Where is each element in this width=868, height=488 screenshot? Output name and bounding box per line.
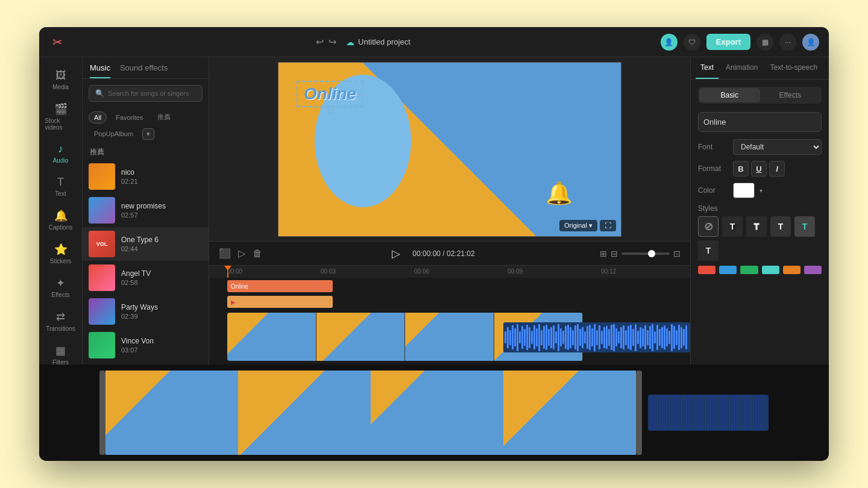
filter-more-dropdown[interactable]: ▾ <box>142 128 154 140</box>
layout-icon[interactable]: ▦ <box>756 34 773 51</box>
sidebar-item-filters[interactable]: ▦ Filters <box>43 339 79 364</box>
song-name-angel: Angel TV <box>121 269 203 278</box>
song-item-vince-von[interactable]: Vince Von 03:07 <box>83 328 209 362</box>
toggle-basic[interactable]: Basic <box>699 88 760 102</box>
split-button[interactable]: ⬛ <box>219 248 231 259</box>
font-row: Font Default <box>698 139 822 155</box>
tab-sound-effects[interactable]: Sound effects <box>120 63 168 78</box>
audio-end-waveform <box>648 395 769 431</box>
sidebar-item-captions[interactable]: 🔔 Captions <box>43 204 79 236</box>
filter-recommended[interactable]: 推薦 <box>152 110 176 124</box>
font-select[interactable]: Default <box>733 139 822 155</box>
zoom-fit-icon[interactable]: ⊡ <box>673 249 681 258</box>
style-bg-color[interactable]: T <box>794 216 815 237</box>
sidebar-item-effects[interactable]: ✦ Effects <box>43 272 79 303</box>
song-dur-nico: 02:21 <box>121 178 203 185</box>
sidebar-label-filters: Filters <box>52 359 69 364</box>
tab-animation[interactable]: Animation <box>721 57 763 79</box>
basic-effects-toggle: Basic Effects <box>698 87 822 104</box>
redo-button[interactable]: ↪ <box>329 36 336 48</box>
captions-icon: 🔔 <box>54 209 68 222</box>
search-bar[interactable]: 🔍 Search for songs or singers <box>89 85 203 102</box>
zoom-dropdown[interactable]: Original ▾ <box>559 220 597 231</box>
color-dot-blue[interactable] <box>719 266 737 274</box>
style-shadow[interactable]: T <box>722 216 743 237</box>
avatar-icon-1[interactable]: 👤 <box>661 34 678 51</box>
font-label: Font <box>698 143 728 151</box>
filter-favorites[interactable]: Favorites <box>110 111 148 124</box>
style-bg-dark[interactable]: T <box>770 216 791 237</box>
bold-button[interactable]: B <box>733 161 749 177</box>
zoom-out-icon[interactable]: ⊟ <box>611 249 618 258</box>
color-dot-purple[interactable] <box>804 266 822 274</box>
filter-row: All Favorites 推薦 PopUpAlbum ▾ <box>83 108 209 142</box>
song-info-nico: nico 02:21 <box>121 168 203 185</box>
underline-button[interactable]: U <box>751 161 767 177</box>
right-content: Basic Effects Font Default Format B U I <box>691 80 829 281</box>
zoom-controls: ⊞ ⊟ ⊡ <box>600 249 681 258</box>
song-item-angel-tv[interactable]: Angel TV 02:58 <box>83 261 209 295</box>
filmstrip-left-handle[interactable] <box>99 371 105 455</box>
user-avatar[interactable]: 👤 <box>802 34 819 51</box>
song-info-vince: Vince Von 03:07 <box>121 337 203 354</box>
filter-all[interactable]: All <box>89 111 107 124</box>
format-label: Format <box>698 164 728 173</box>
toggle-effects[interactable]: Effects <box>760 88 821 102</box>
waveform-bars <box>503 322 690 352</box>
song-dur-onetype: 02:44 <box>121 245 203 252</box>
song-item-one-type[interactable]: VOL One Type 6 02:44 <box>83 227 209 261</box>
tracks-area: 00:00 00:03 00:06 00:09 00:12 Online <box>209 266 690 364</box>
sidebar-item-media[interactable]: 🖼 Media <box>43 64 79 95</box>
zoom-in-icon[interactable]: ⊞ <box>600 249 607 258</box>
song-item-new-promises[interactable]: new promises 02:57 <box>83 193 209 227</box>
song-name-nico: nico <box>121 168 203 177</box>
play-button[interactable]: ▷ <box>387 245 405 263</box>
rotate-handle[interactable]: ↻ <box>327 106 334 116</box>
sidebar-item-stickers[interactable]: ⭐ Stickers <box>43 238 79 269</box>
film-frame-1 <box>105 371 238 455</box>
delete-button[interactable]: 🗑 <box>253 248 262 259</box>
video-thumb-2 <box>316 313 406 361</box>
more-options-button[interactable]: ··· <box>779 34 796 51</box>
color-arrow-icon: ▾ <box>760 187 763 194</box>
filter-popup[interactable]: PopUpAlbum <box>89 128 139 140</box>
song-thumb-vince <box>89 332 115 358</box>
sidebar-item-transitions[interactable]: ⇄ Transitions <box>43 305 79 337</box>
song-item-party-ways[interactable]: Party Ways 02:39 <box>83 295 209 328</box>
shield-icon[interactable]: 🛡 <box>684 34 700 51</box>
video-text-box[interactable]: Online ↻ <box>297 81 363 107</box>
sidebar-item-audio[interactable]: ♪ Audio <box>43 138 79 169</box>
project-name[interactable]: Untitled project <box>358 37 410 46</box>
music-tabs: Music Sound effects <box>83 57 209 79</box>
clip-online[interactable]: Online <box>227 280 333 292</box>
top-bar-right: 👤 🛡 Export ▦ ··· 👤 <box>661 34 819 51</box>
text-content-input[interactable] <box>698 112 822 132</box>
play-pause-small[interactable]: ▷ <box>238 248 245 259</box>
style-none[interactable]: ⊘ <box>698 216 719 237</box>
style-outline[interactable]: T <box>746 216 767 237</box>
export-button[interactable]: Export <box>706 34 750 50</box>
color-dot-red[interactable] <box>698 266 715 274</box>
clip-audio[interactable]: ▶ <box>227 296 333 308</box>
tab-text[interactable]: Text <box>696 57 719 79</box>
tab-tts[interactable]: Text-to-speech <box>765 57 822 79</box>
sidebar-item-text[interactable]: T Text <box>43 171 79 202</box>
styles-grid: ⊘ T T T T T <box>698 216 822 261</box>
tab-music[interactable]: Music <box>90 63 110 78</box>
zoom-slider[interactable] <box>621 252 670 255</box>
undo-button[interactable]: ↩ <box>316 36 324 48</box>
stock-icon: 🎬 <box>54 102 68 116</box>
sidebar-item-stock[interactable]: 🎬 Stock videos <box>43 98 79 136</box>
style-3d[interactable]: T <box>698 240 719 261</box>
color-picker[interactable] <box>733 183 755 198</box>
song-item-nico[interactable]: nico 02:21 <box>83 160 209 193</box>
filmstrip-right-handle[interactable] <box>636 371 642 455</box>
color-dot-teal[interactable] <box>762 266 779 274</box>
preview-area: Online ↻ 🔔 Original ▾ ⛶ <box>209 57 690 241</box>
color-dot-green[interactable] <box>740 266 758 274</box>
color-dot-orange[interactable] <box>783 266 800 274</box>
sidebar: 🖼 Media 🎬 Stock videos ♪ Audio T Text 🔔 … <box>39 57 83 364</box>
italic-button[interactable]: I <box>769 161 785 177</box>
fullscreen-button[interactable]: ⛶ <box>600 220 616 231</box>
right-tabs: Text Animation Text-to-speech <box>691 57 829 80</box>
